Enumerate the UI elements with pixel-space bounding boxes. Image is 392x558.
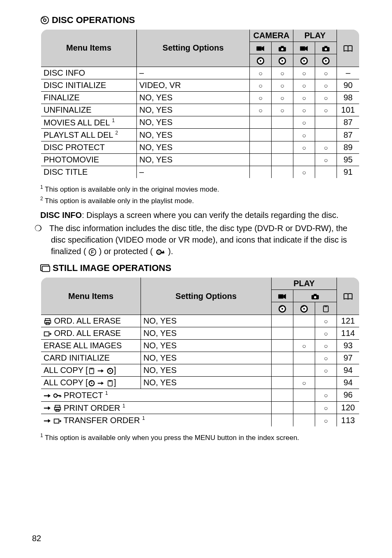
- cell-play-movie: ○: [293, 166, 315, 179]
- cell-play-movie: [272, 364, 293, 376]
- cell-play-still-card: ○: [315, 339, 337, 352]
- arrow-icon: [97, 381, 104, 385]
- dvd-icon: [106, 367, 114, 375]
- th-play-movie: [293, 42, 315, 54]
- key-icon: [53, 392, 62, 399]
- table-row: DISC TITLE–○91: [41, 166, 360, 179]
- stillimage-icon: [40, 264, 50, 272]
- page-ref: 89: [337, 141, 360, 154]
- setting-options: –: [137, 67, 250, 79]
- disc-info-desc: DISC INFO: Displays a screen where you c…: [40, 210, 360, 221]
- menu-item-name: FINALIZE: [41, 91, 137, 104]
- cell-play-still-disc: [293, 364, 315, 376]
- table-row: ORD. ALL ERASENO, YES○114: [41, 327, 360, 339]
- cell-camera-movie: ○: [250, 91, 272, 104]
- transfer-icon: [53, 417, 62, 425]
- menu-item-name: CARD INITIALIZE: [41, 352, 141, 364]
- setting-options: –: [137, 166, 250, 179]
- cell-play-still: ○: [315, 141, 337, 154]
- menu-item-name: PRINT ORDER 1: [41, 401, 272, 414]
- setting-options: NO, YES: [141, 376, 272, 389]
- th2-page-icon: [337, 277, 360, 315]
- menu-item-name: PLAYLST ALL DEL 2: [41, 129, 137, 141]
- cell-play-still: [315, 129, 337, 141]
- footnote-1: 1 This option is available only in the o…: [40, 184, 360, 194]
- still-image-ops-table: Menu Items Setting Options PLAY ORD. ALL…: [40, 277, 360, 427]
- card-icon: [322, 305, 330, 313]
- cell-play-movie: [272, 339, 293, 352]
- table-row: PLAYLST ALL DEL 2NO, YES○87: [41, 129, 360, 141]
- card-icon: [106, 380, 114, 387]
- page-ref: 101: [337, 104, 360, 116]
- cell-play-still-card: ○: [315, 352, 337, 364]
- th-menu-items: Menu Items: [41, 29, 137, 67]
- dvd-icon: [88, 380, 95, 387]
- bullet-part-c: ).: [168, 247, 173, 256]
- th-camera: CAMERA: [250, 29, 293, 42]
- page-ref: 121: [337, 315, 360, 327]
- menu-item-name: PROTECT 1: [41, 389, 272, 401]
- menu-item-name: PHOTOMOVIE: [41, 154, 137, 166]
- movie-icon: [278, 293, 287, 300]
- table-row: UNFINALIZENO, YES○○○○101: [41, 104, 360, 116]
- cell-camera-movie: ○: [250, 79, 272, 91]
- menu-item-name: MOVIES ALL DEL 1: [41, 116, 137, 129]
- cell-play-movie: [272, 376, 293, 389]
- menu-item-name: ERASE ALL IMAGES: [41, 339, 141, 352]
- th2-setting-options: Setting Options: [141, 277, 272, 315]
- cell-play-still-disc: [293, 401, 315, 414]
- book-icon: [343, 45, 353, 52]
- page-ref: 93: [337, 339, 360, 352]
- page-ref: 97: [337, 352, 360, 364]
- cell-play-still-card: ○: [315, 315, 337, 327]
- movie-icon: [300, 45, 309, 52]
- page-ref: 94: [337, 376, 360, 389]
- footnote2-1: 1 This option is available only when you…: [40, 432, 360, 443]
- th-page-icon: [337, 29, 360, 67]
- cell-play-still-card: ○: [315, 389, 337, 401]
- table-row: ALL COPY [ ]NO, YES○94: [41, 364, 360, 376]
- cell-play-still-disc: ○: [293, 376, 315, 389]
- arrow-icon: [97, 369, 104, 373]
- cell-camera-movie: [250, 129, 272, 141]
- cell-camera-still: [272, 154, 293, 166]
- cell-camera-movie: [250, 141, 272, 154]
- table-row: ORD. ALL ERASENO, YES○121: [41, 315, 360, 327]
- table-row: DISC PROTECTNO, YES○○89: [41, 141, 360, 154]
- page-ref: 87: [337, 116, 360, 129]
- cell-play-still-card: ○: [315, 364, 337, 376]
- th2-disc1: [272, 302, 293, 315]
- dvd-icon: [278, 304, 287, 313]
- table-row: PHOTOMOVIENO, YES○95: [41, 154, 360, 166]
- still-image-ops-title: STILL IMAGE OPERATIONS: [40, 263, 360, 273]
- cell-play-still-card: [315, 376, 337, 389]
- disc-operations-table: Menu Items Setting Options CAMERA PLAY D…: [40, 29, 360, 179]
- menu-item-name: ORD. ALL ERASE: [41, 327, 141, 339]
- th-disc3: [293, 54, 315, 67]
- th-camera-still: [272, 42, 293, 54]
- table-row: DISC INITIALIZEVIDEO, VR○○○○90: [41, 79, 360, 91]
- cell-play-still: [315, 166, 337, 179]
- print-icon: [44, 318, 52, 325]
- page-ref: 96: [337, 389, 360, 401]
- cell-play-still-disc: [293, 352, 315, 364]
- cell-camera-still: [272, 116, 293, 129]
- cell-camera-still: ○: [272, 104, 293, 116]
- footnote2-1-text: This option is available only when you p…: [45, 434, 299, 442]
- th2-card: [315, 302, 337, 315]
- table-row: ERASE ALL IMAGESNO, YES○○93: [41, 339, 360, 352]
- dvd-icon: [300, 304, 309, 313]
- menu-item-name: DISC PROTECT: [41, 141, 137, 154]
- setting-options: VIDEO, VR: [137, 79, 250, 91]
- cell-play-movie: ○: [293, 116, 315, 129]
- cell-camera-still: [272, 141, 293, 154]
- camera-icon: [278, 45, 287, 52]
- menu-item-name: DISC INITIALIZE: [41, 79, 137, 91]
- cell-camera-still: ○: [272, 79, 293, 91]
- cell-camera-movie: [250, 154, 272, 166]
- transfer-icon: [44, 330, 52, 338]
- arrow-icon: [44, 394, 51, 398]
- cell-play-still-disc: [293, 315, 315, 327]
- disc-operations-title: DISC OPERATIONS: [40, 15, 360, 25]
- dvd-icon: [300, 56, 309, 65]
